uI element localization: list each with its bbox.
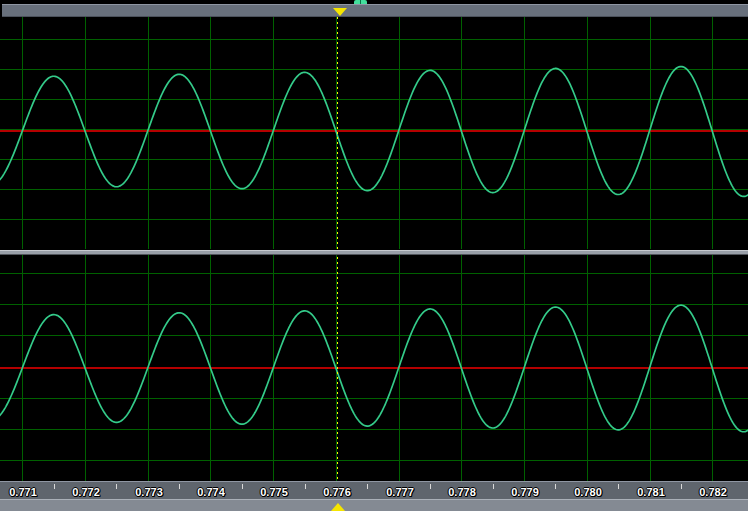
- channel-2-region[interactable]: [0, 255, 748, 481]
- ruler-tick: [305, 484, 306, 489]
- waveform-editor-window: 0.7710.7720.7730.7740.7750.7760.7770.778…: [0, 0, 748, 511]
- overview-bar[interactable]: [2, 4, 748, 17]
- ruler-tick: [242, 484, 243, 489]
- ruler-tick: [367, 484, 368, 489]
- ruler-tick: [681, 484, 682, 489]
- ruler-tick: [493, 484, 494, 489]
- time-label: 0.775: [260, 486, 288, 498]
- time-label: 0.771: [9, 486, 37, 498]
- cursor-track[interactable]: [0, 499, 748, 511]
- ruler-tick: [179, 484, 180, 489]
- ruler-tick: [555, 484, 556, 489]
- ruler-tick: [54, 484, 55, 489]
- time-label: 0.773: [135, 486, 163, 498]
- time-label: 0.776: [323, 486, 351, 498]
- ruler-tick: [116, 484, 117, 489]
- channel-1-region[interactable]: [0, 17, 748, 250]
- channel-divider[interactable]: [0, 250, 748, 255]
- time-label: 0.781: [637, 486, 665, 498]
- time-label: 0.772: [72, 486, 100, 498]
- time-ruler[interactable]: 0.7710.7720.7730.7740.7750.7760.7770.778…: [0, 481, 748, 499]
- time-label: 0.780: [574, 486, 602, 498]
- time-label: 0.777: [386, 486, 414, 498]
- time-label: 0.774: [197, 486, 225, 498]
- ruler-tick: [430, 484, 431, 489]
- cursor-triangle-down-icon[interactable]: [333, 8, 347, 16]
- time-label: 0.778: [448, 486, 476, 498]
- time-label: 0.779: [511, 486, 539, 498]
- time-label: 0.782: [699, 486, 727, 498]
- cursor-triangle-up-icon[interactable]: [331, 503, 345, 511]
- ruler-tick: [618, 484, 619, 489]
